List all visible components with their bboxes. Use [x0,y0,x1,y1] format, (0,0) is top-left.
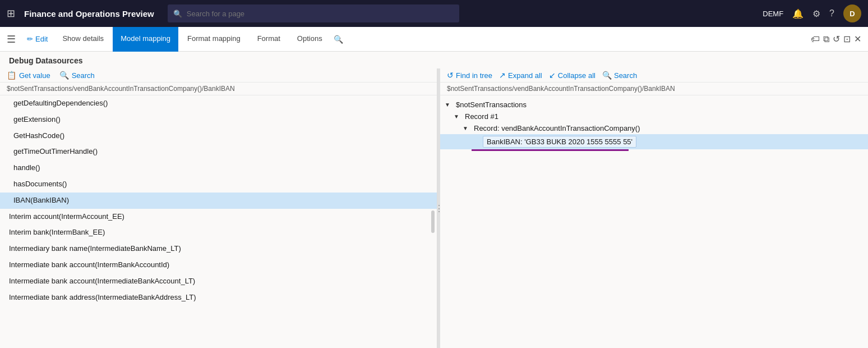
tree-item[interactable]: hasDocuments() [0,176,437,193]
right-path-text: $notSentTransactions/vendBankAccountInTr… [447,85,675,93]
top-bar: ⊞ Finance and Operations Preview 🔍 DEMF … [0,0,868,27]
iban-underline [440,149,868,151]
options-label: Options [297,34,322,43]
right-search-icon: 🔍 [602,71,612,80]
left-path-text: $notSentTransactions/vendBankAccountInTr… [7,85,235,93]
tree-item[interactable]: GetHashCode() [0,128,437,144]
collapse-all-button[interactable]: ↙ Collapse all [549,71,595,80]
close-icon[interactable]: ✕ [854,34,861,44]
left-search-icon: 🔍 [59,71,69,80]
top-bar-right: DEMF 🔔 ⚙ ? D [763,4,861,22]
expand-all-icon: ↗ [499,71,506,80]
tree-node-iban[interactable]: BankIBAN: 'GB33 BUKB 2020 1555 5555 55' [440,134,868,149]
tree-item[interactable]: Intermediate bank account(IntermediateBa… [0,273,437,290]
collapse-all-label: Collapse all [558,71,595,80]
side-by-side-icon[interactable]: ⧉ [823,34,829,44]
tag-icon[interactable]: 🏷 [811,34,820,44]
hamburger-icon[interactable]: ☰ [7,33,16,45]
format-tab[interactable]: Format [250,27,288,52]
left-pane-toolbar: 📋 Get value 🔍 Search [0,68,437,83]
search-icon: 🔍 [173,10,182,18]
popout-icon[interactable]: ⊡ [843,34,851,44]
right-search-label: Search [614,71,637,80]
get-value-label: Get value [19,71,50,80]
expand-all-label: Expand all [508,71,542,80]
expand-all-button[interactable]: ↗ Expand all [499,71,542,80]
format-mapping-tab[interactable]: Format mapping [179,27,248,52]
tree-item[interactable]: Intermediate bank account(IntermBankAcco… [0,257,437,273]
root-node-text: $notSentTransactions [456,100,864,109]
expand-nested-icon: ▼ [463,125,472,131]
iban-value-text: BankIBAN: 'GB33 BUKB 2020 1555 5555 55' [483,136,636,148]
tree-item[interactable]: getDefaultingDependencies() [0,95,437,112]
left-tree-area[interactable]: getDefaultingDependencies()getExtension(… [0,95,437,348]
search-input[interactable] [187,10,454,18]
split-area: 📋 Get value 🔍 Search $notSentTransaction… [0,68,868,348]
tree-item[interactable]: getTimeOutTimerHandle() [0,144,437,160]
tree-item[interactable]: Intermediate bank address(IntermediateBa… [0,290,437,306]
debug-header: Debug Datasources [0,52,868,68]
get-value-icon: 📋 [7,71,16,80]
options-tab[interactable]: Options [289,27,330,52]
debug-header-text: Debug Datasources [9,56,82,65]
tree-item[interactable]: handle() [0,160,437,176]
model-mapping-label: Model mapping [121,34,170,43]
user-label: DEMF [763,10,783,18]
bell-icon[interactable]: 🔔 [792,8,804,19]
model-mapping-tab[interactable]: Model mapping [113,27,178,52]
tree-item[interactable]: Interim account(IntermAccount_EE) [0,209,437,225]
right-search-button[interactable]: 🔍 Search [602,71,637,80]
edit-pencil-icon: ✏ [27,35,33,43]
left-search-button[interactable]: 🔍 Search [59,71,95,80]
right-pane-toolbar: ↺ Find in tree ↗ Expand all ↙ Collapse a… [440,68,868,83]
tab-search-icon[interactable]: 🔍 [334,35,343,44]
format-mapping-label: Format mapping [187,34,241,43]
tab-bar-right: 🏷 ⧉ ↺ ⊡ ✕ [811,34,861,44]
global-search[interactable]: 🔍 [168,4,459,22]
edit-label: Edit [35,35,48,43]
left-path-bar: $notSentTransactions/vendBankAccountInTr… [0,83,437,95]
expand-root-icon: ▼ [445,102,454,108]
tab-bar-left: ☰ ✏ Edit Show details Model mapping Form… [7,27,343,52]
expand-record1-icon: ▼ [454,113,463,120]
left-search-label: Search [72,71,95,80]
find-in-tree-icon: ↺ [447,71,454,80]
find-in-tree-label: Find in tree [456,71,492,80]
get-value-button[interactable]: 📋 Get value [7,71,50,80]
show-details-label: Show details [62,34,104,43]
left-pane: 📋 Get value 🔍 Search $notSentTransaction… [0,68,437,348]
right-pane: ↺ Find in tree ↗ Expand all ↙ Collapse a… [440,68,868,348]
edit-tab[interactable]: ✏ Edit [21,30,53,48]
help-icon[interactable]: ? [829,8,834,19]
record1-node-text: Record #1 [465,112,864,121]
refresh-icon[interactable]: ↺ [833,34,840,44]
user-avatar[interactable]: D [843,4,861,22]
tree-item[interactable]: IBAN(BankIBAN) [0,193,437,209]
tree-node-record1[interactable]: ▼ Record #1 [440,111,868,122]
tree-item[interactable]: Intermediary bank name(IntermediateBankN… [0,241,437,257]
format-label: Format [257,34,280,43]
tree-item[interactable]: Interim bank(IntermBank_EE) [0,225,437,241]
grid-icon[interactable]: ⊞ [7,7,15,20]
show-details-tab[interactable]: Show details [54,27,112,52]
gear-icon[interactable]: ⚙ [812,8,820,19]
right-tree-area[interactable]: ▼ $notSentTransactions ▼ Record #1 ▼ Rec… [440,95,868,348]
find-in-tree-button[interactable]: ↺ Find in tree [447,71,492,80]
nested-record-node-text: Record: vendBankAccountInTransactionComp… [474,124,864,132]
tab-bar: ☰ ✏ Edit Show details Model mapping Form… [0,27,868,52]
app-title: Finance and Operations Preview [24,9,154,19]
main-content: Debug Datasources 📋 Get value 🔍 Search $… [0,52,868,348]
right-path-bar: $notSentTransactions/vendBankAccountInTr… [440,83,868,95]
tree-node-nested-record[interactable]: ▼ Record: vendBankAccountInTransactionCo… [440,122,868,134]
collapse-all-icon: ↙ [549,71,556,80]
tree-node-root[interactable]: ▼ $notSentTransactions [440,99,868,111]
tree-item[interactable]: getExtension() [0,112,437,128]
resize-handle-dot[interactable] [431,210,435,233]
